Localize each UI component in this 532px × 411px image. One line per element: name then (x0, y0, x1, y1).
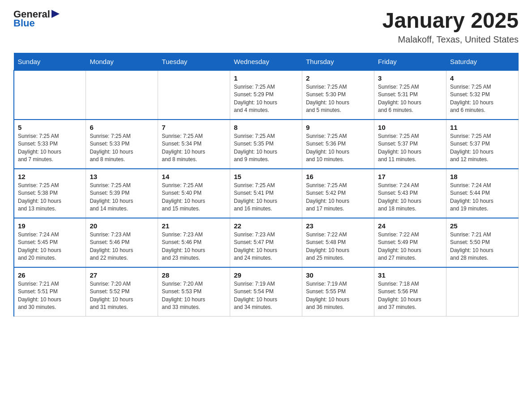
day-number: 26 (18, 271, 82, 279)
day-info: Sunrise: 7:25 AM Sunset: 5:30 PM Dayligh… (306, 83, 370, 115)
day-info: Sunrise: 7:25 AM Sunset: 5:38 PM Dayligh… (18, 182, 82, 213)
calendar-cell: 19Sunrise: 7:24 AM Sunset: 5:45 PM Dayli… (14, 218, 86, 267)
calendar-cell: 17Sunrise: 7:24 AM Sunset: 5:43 PM Dayli… (374, 169, 446, 218)
svg-marker-0 (51, 10, 60, 18)
calendar-cell: 23Sunrise: 7:22 AM Sunset: 5:48 PM Dayli… (302, 218, 374, 267)
day-info: Sunrise: 7:23 AM Sunset: 5:47 PM Dayligh… (234, 231, 298, 262)
day-info: Sunrise: 7:25 AM Sunset: 5:36 PM Dayligh… (306, 133, 370, 164)
day-info: Sunrise: 7:25 AM Sunset: 5:37 PM Dayligh… (378, 133, 442, 164)
calendar-header-row: SundayMondayTuesdayWednesdayThursdayFrid… (14, 53, 519, 70)
day-number: 22 (234, 222, 298, 230)
logo-arrow-icon (51, 10, 60, 18)
day-info: Sunrise: 7:19 AM Sunset: 5:55 PM Dayligh… (306, 280, 370, 312)
calendar-subtitle: Malakoff, Texas, United States (382, 34, 519, 45)
calendar-cell: 21Sunrise: 7:23 AM Sunset: 5:46 PM Dayli… (158, 218, 230, 267)
calendar-cell (14, 70, 86, 120)
calendar-cell: 20Sunrise: 7:23 AM Sunset: 5:46 PM Dayli… (86, 218, 158, 267)
calendar-cell: 22Sunrise: 7:23 AM Sunset: 5:47 PM Dayli… (230, 218, 302, 267)
logo: General Blue (13, 9, 60, 29)
day-number: 18 (450, 173, 515, 180)
day-info: Sunrise: 7:25 AM Sunset: 5:29 PM Dayligh… (234, 83, 298, 115)
calendar-table: SundayMondayTuesdayWednesdayThursdayFrid… (13, 53, 519, 317)
calendar-cell: 7Sunrise: 7:25 AM Sunset: 5:34 PM Daylig… (158, 120, 230, 169)
day-info: Sunrise: 7:25 AM Sunset: 5:35 PM Dayligh… (234, 133, 298, 164)
day-number: 10 (378, 124, 442, 131)
day-info: Sunrise: 7:25 AM Sunset: 5:34 PM Dayligh… (162, 133, 226, 164)
day-number: 3 (378, 74, 442, 82)
week-row-4: 19Sunrise: 7:24 AM Sunset: 5:45 PM Dayli… (14, 218, 519, 267)
calendar-cell: 16Sunrise: 7:25 AM Sunset: 5:42 PM Dayli… (302, 169, 374, 218)
page-header: General Blue January 2025 Malakoff, Texa… (13, 9, 519, 45)
day-number: 13 (90, 173, 154, 180)
day-number: 27 (90, 271, 154, 279)
day-info: Sunrise: 7:25 AM Sunset: 5:40 PM Dayligh… (162, 182, 226, 213)
day-number: 23 (306, 222, 370, 230)
day-info: Sunrise: 7:23 AM Sunset: 5:46 PM Dayligh… (162, 231, 226, 262)
day-number: 17 (378, 173, 442, 180)
day-info: Sunrise: 7:25 AM Sunset: 5:32 PM Dayligh… (450, 83, 515, 115)
calendar-cell: 26Sunrise: 7:21 AM Sunset: 5:51 PM Dayli… (14, 267, 86, 317)
calendar-cell (446, 267, 519, 317)
day-info: Sunrise: 7:25 AM Sunset: 5:33 PM Dayligh… (18, 133, 82, 164)
day-number: 19 (18, 222, 82, 230)
calendar-cell (158, 70, 230, 120)
day-info: Sunrise: 7:18 AM Sunset: 5:56 PM Dayligh… (378, 280, 442, 312)
calendar-cell: 27Sunrise: 7:20 AM Sunset: 5:52 PM Dayli… (86, 267, 158, 317)
day-info: Sunrise: 7:25 AM Sunset: 5:33 PM Dayligh… (90, 133, 154, 164)
day-number: 8 (234, 124, 298, 131)
week-row-1: 1Sunrise: 7:25 AM Sunset: 5:29 PM Daylig… (14, 70, 519, 120)
calendar-cell (86, 70, 158, 120)
day-number: 4 (450, 74, 515, 82)
col-header-monday: Monday (86, 53, 158, 70)
calendar-title: January 2025 (382, 9, 519, 33)
calendar-cell: 18Sunrise: 7:24 AM Sunset: 5:44 PM Dayli… (446, 169, 519, 218)
day-number: 12 (18, 173, 82, 180)
day-info: Sunrise: 7:20 AM Sunset: 5:52 PM Dayligh… (90, 280, 154, 312)
day-number: 25 (450, 222, 515, 230)
day-number: 7 (162, 124, 226, 131)
day-number: 30 (306, 271, 370, 279)
day-number: 6 (90, 124, 154, 131)
day-info: Sunrise: 7:19 AM Sunset: 5:54 PM Dayligh… (234, 280, 298, 312)
day-number: 2 (306, 74, 370, 82)
calendar-cell: 12Sunrise: 7:25 AM Sunset: 5:38 PM Dayli… (14, 169, 86, 218)
col-header-saturday: Saturday (446, 53, 519, 70)
day-number: 1 (234, 74, 298, 82)
calendar-cell: 8Sunrise: 7:25 AM Sunset: 5:35 PM Daylig… (230, 120, 302, 169)
day-number: 28 (162, 271, 226, 279)
calendar-cell: 5Sunrise: 7:25 AM Sunset: 5:33 PM Daylig… (14, 120, 86, 169)
calendar-cell: 6Sunrise: 7:25 AM Sunset: 5:33 PM Daylig… (86, 120, 158, 169)
week-row-2: 5Sunrise: 7:25 AM Sunset: 5:33 PM Daylig… (14, 120, 519, 169)
calendar-cell: 11Sunrise: 7:25 AM Sunset: 5:37 PM Dayli… (446, 120, 519, 169)
calendar-cell: 15Sunrise: 7:25 AM Sunset: 5:41 PM Dayli… (230, 169, 302, 218)
day-info: Sunrise: 7:23 AM Sunset: 5:46 PM Dayligh… (90, 231, 154, 262)
calendar-cell: 29Sunrise: 7:19 AM Sunset: 5:54 PM Dayli… (230, 267, 302, 317)
day-info: Sunrise: 7:25 AM Sunset: 5:41 PM Dayligh… (234, 182, 298, 213)
day-info: Sunrise: 7:22 AM Sunset: 5:48 PM Dayligh… (306, 231, 370, 262)
calendar-cell: 3Sunrise: 7:25 AM Sunset: 5:31 PM Daylig… (374, 70, 446, 120)
calendar-cell: 30Sunrise: 7:19 AM Sunset: 5:55 PM Dayli… (302, 267, 374, 317)
calendar-cell: 25Sunrise: 7:21 AM Sunset: 5:50 PM Dayli… (446, 218, 519, 267)
day-info: Sunrise: 7:25 AM Sunset: 5:37 PM Dayligh… (450, 133, 515, 164)
week-row-5: 26Sunrise: 7:21 AM Sunset: 5:51 PM Dayli… (14, 267, 519, 317)
col-header-sunday: Sunday (14, 53, 86, 70)
calendar-cell: 28Sunrise: 7:20 AM Sunset: 5:53 PM Dayli… (158, 267, 230, 317)
day-number: 14 (162, 173, 226, 180)
day-info: Sunrise: 7:25 AM Sunset: 5:42 PM Dayligh… (306, 182, 370, 213)
calendar-cell: 14Sunrise: 7:25 AM Sunset: 5:40 PM Dayli… (158, 169, 230, 218)
week-row-3: 12Sunrise: 7:25 AM Sunset: 5:38 PM Dayli… (14, 169, 519, 218)
day-number: 20 (90, 222, 154, 230)
calendar-cell: 9Sunrise: 7:25 AM Sunset: 5:36 PM Daylig… (302, 120, 374, 169)
day-number: 21 (162, 222, 226, 230)
day-number: 29 (234, 271, 298, 279)
day-number: 31 (378, 271, 442, 279)
day-number: 11 (450, 124, 515, 131)
calendar-cell: 1Sunrise: 7:25 AM Sunset: 5:29 PM Daylig… (230, 70, 302, 120)
logo-blue: Blue (13, 18, 35, 29)
day-info: Sunrise: 7:21 AM Sunset: 5:51 PM Dayligh… (18, 280, 82, 312)
day-info: Sunrise: 7:22 AM Sunset: 5:49 PM Dayligh… (378, 231, 442, 262)
day-info: Sunrise: 7:25 AM Sunset: 5:31 PM Dayligh… (378, 83, 442, 115)
col-header-thursday: Thursday (302, 53, 374, 70)
col-header-friday: Friday (374, 53, 446, 70)
calendar-cell: 2Sunrise: 7:25 AM Sunset: 5:30 PM Daylig… (302, 70, 374, 120)
